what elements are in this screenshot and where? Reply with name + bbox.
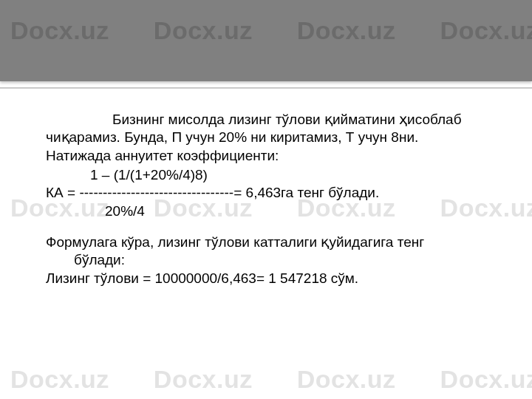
para2-line1: Формулага кўра, лизинг тўлови катталиги … xyxy=(46,233,498,251)
paragraph-1: Бизнинг мисолда лизинг тўлови қийматини … xyxy=(46,111,498,165)
para2-line2: бўлади: xyxy=(46,251,498,269)
watermark-text: Docx.uz xyxy=(297,16,396,45)
formula-main: КА = ---------------------------------= … xyxy=(46,184,498,202)
watermark-text: Docx.uz xyxy=(297,365,396,394)
para1-line1: Бизнинг мисолда лизинг тўлови қийматини … xyxy=(46,111,498,129)
watermark-row-header: Docx.uz Docx.uz Docx.uz Docx.uz xyxy=(0,16,532,45)
watermark-text: Docx.uz xyxy=(10,16,109,45)
para1-line2: чиқарамиз. Бунда, П учун 20% ни киритами… xyxy=(46,129,418,145)
formula-denominator: 20%/4 xyxy=(46,202,498,220)
watermark-row-bottom: Docx.uz Docx.uz Docx.uz Docx.uz xyxy=(0,365,532,394)
watermark-text: Docx.uz xyxy=(154,365,253,394)
watermark-text: Docx.uz xyxy=(10,365,109,394)
watermark-text: Docx.uz xyxy=(154,16,253,45)
header-bar: Docx.uz Docx.uz Docx.uz Docx.uz xyxy=(0,0,532,81)
paragraph-3: Лизинг тўлови = 10000000/6,463= 1 547218… xyxy=(46,270,498,287)
para1-line3: Натижада аннуитет коэффициенти: xyxy=(46,148,279,163)
document-body: Бизнинг мисолда лизинг тўлови қийматини … xyxy=(0,81,532,287)
watermark-text: Docx.uz xyxy=(440,16,532,45)
formula-numerator: 1 – (1/(1+20%/4)8) xyxy=(46,166,498,184)
watermark-text: Docx.uz xyxy=(440,365,532,394)
paragraph-2: Формулага кўра, лизинг тўлови катталиги … xyxy=(46,233,498,270)
